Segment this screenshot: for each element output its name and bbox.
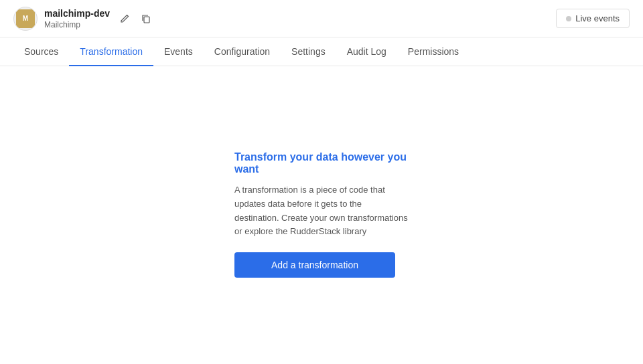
app-subtitle: Mailchimp	[44, 20, 110, 29]
avatar-image: M	[16, 9, 35, 28]
empty-state: Transform your data however you want A t…	[234, 151, 409, 278]
main-content: Transform your data however you want A t…	[0, 66, 643, 363]
app-info: mailchimp-dev Mailchimp	[44, 7, 110, 29]
copy-icon	[141, 13, 151, 24]
tab-configuration[interactable]: Configuration	[204, 38, 281, 66]
tab-transformation[interactable]: Transformation	[69, 38, 153, 66]
edit-button[interactable]	[117, 11, 133, 27]
header: M mailchimp-dev Mailchimp Live events	[0, 0, 643, 37]
add-transformation-button[interactable]: Add a transformation	[234, 252, 395, 278]
app-name: mailchimp-dev	[44, 7, 110, 19]
tab-sources[interactable]: Sources	[13, 38, 69, 66]
header-icons	[117, 11, 154, 27]
empty-state-title: Transform your data however you want	[234, 151, 409, 175]
svg-rect-0	[144, 17, 149, 23]
copy-button[interactable]	[138, 11, 154, 27]
live-events-label: Live events	[575, 13, 620, 23]
tab-permissions[interactable]: Permissions	[397, 38, 470, 66]
live-dot-icon	[566, 16, 571, 21]
tab-events[interactable]: Events	[153, 38, 204, 66]
edit-icon	[119, 13, 130, 24]
nav-tabs: Sources Transformation Events Configurat…	[0, 37, 643, 66]
empty-state-description: A transformation is a piece of code that…	[234, 183, 409, 239]
header-left: M mailchimp-dev Mailchimp	[13, 7, 154, 31]
tab-settings[interactable]: Settings	[281, 38, 336, 66]
tab-audit-log[interactable]: Audit Log	[336, 38, 397, 66]
avatar: M	[13, 7, 38, 31]
live-events-button[interactable]: Live events	[556, 9, 630, 28]
